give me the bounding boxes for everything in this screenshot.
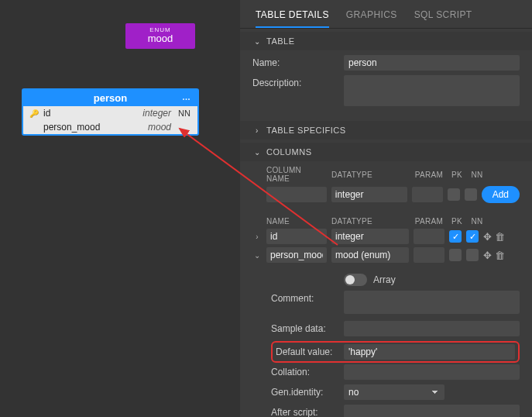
header-param: PARAM	[414, 171, 444, 179]
enum-entity-mood[interactable]: ENUM mood	[125, 23, 195, 49]
diagram-canvas[interactable]: ENUM mood person … 🔑 id integer NN perso…	[0, 0, 240, 417]
primary-key-icon: 🔑	[28, 109, 40, 118]
section-label: TABLE SPECIFICS	[266, 126, 346, 135]
move-icon[interactable]: ✥	[483, 231, 492, 243]
column-datatype-select[interactable]: integer	[331, 229, 409, 244]
section-columns[interactable]: ⌄ COLUMNS	[240, 143, 532, 161]
new-column-row: integer Add	[240, 184, 532, 205]
column-name-input[interactable]	[266, 247, 327, 263]
column-row-id: › integer ✓ ✓ ✥🗑	[240, 227, 532, 246]
details-panel: TABLE DETAILS GRAPHICS SQL SCRIPT ⌄ TABL…	[240, 0, 532, 417]
chevron-down-icon: ⌄	[252, 148, 262, 157]
collation-input[interactable]	[344, 364, 520, 380]
new-column-param-input[interactable]	[412, 187, 443, 202]
new-column-datatype-select[interactable]: integer	[331, 187, 407, 202]
array-label: Array	[373, 274, 396, 285]
default-value-input[interactable]	[344, 344, 515, 360]
column-datatype-select[interactable]: mood (enum)	[331, 247, 409, 263]
column-nn-checkbox[interactable]: ✓	[466, 230, 479, 243]
header-nn: NN	[469, 171, 485, 179]
column-datatype: mood	[148, 122, 176, 133]
description-textarea[interactable]	[344, 75, 520, 106]
new-column-nn-checkbox[interactable]	[465, 188, 477, 201]
chevron-right-icon: ›	[252, 126, 262, 135]
table-header[interactable]: person …	[23, 90, 197, 106]
add-column-button[interactable]: Add	[482, 186, 520, 203]
chevron-down-icon: ⌄	[252, 37, 262, 46]
header-param: PARAM	[414, 217, 444, 226]
trash-icon[interactable]: 🗑	[495, 250, 505, 261]
gen-identity-select[interactable]: no	[344, 384, 444, 400]
table-entity-person[interactable]: person … 🔑 id integer NN person_mood moo…	[22, 88, 199, 136]
column-pk-checkbox[interactable]	[449, 249, 462, 261]
header-pk: PK	[449, 217, 465, 226]
columns-list-header: NAME DATATYPE PARAM PK NN	[240, 212, 532, 227]
chevron-down-icon[interactable]: ⌄	[252, 251, 262, 260]
enum-tag: ENUM	[125, 26, 195, 33]
header-name: NAME	[266, 217, 327, 226]
tab-sql-script[interactable]: SQL SCRIPT	[414, 6, 472, 28]
section-table[interactable]: ⌄ TABLE	[240, 32, 532, 50]
column-name: id	[40, 108, 142, 119]
enum-name: mood	[125, 33, 195, 44]
column-param-input[interactable]	[414, 247, 444, 263]
header-nn: NN	[469, 217, 485, 226]
array-toggle[interactable]	[344, 274, 367, 286]
tab-table-details[interactable]: TABLE DETAILS	[256, 6, 329, 28]
section-label: TABLE	[266, 36, 295, 46]
move-icon[interactable]: ✥	[483, 250, 492, 261]
header-column-name: COLUMN NAME	[266, 166, 327, 183]
collation-label: Collation:	[271, 364, 344, 377]
table-row[interactable]: 🔑 id integer NN	[23, 106, 197, 120]
column-param-input[interactable]	[414, 229, 444, 244]
default-value-highlight: Default value:	[271, 341, 520, 363]
after-script-label: After script:	[271, 405, 344, 417]
description-label: Description:	[252, 75, 344, 88]
column-datatype: integer	[142, 108, 176, 119]
column-row-person-mood: ⌄ mood (enum) ✥🗑	[240, 246, 532, 264]
column-nn-checkbox[interactable]	[466, 249, 479, 261]
sample-data-input[interactable]	[344, 321, 520, 336]
column-pk-checkbox[interactable]: ✓	[449, 230, 462, 243]
sample-data-label: Sample data:	[271, 321, 344, 334]
table-row[interactable]: person_mood mood	[23, 120, 197, 134]
column-name-input[interactable]	[266, 229, 327, 244]
column-notnull: NN	[176, 109, 193, 118]
comment-label: Comment:	[271, 291, 344, 304]
column-detail-block: Array Comment: Sample data: Default valu…	[240, 264, 532, 417]
section-label: COLUMNS	[266, 147, 312, 157]
table-name: person	[94, 92, 127, 104]
header-datatype: DATATYPE	[331, 217, 409, 226]
chevron-right-icon[interactable]: ›	[252, 233, 262, 241]
name-input[interactable]	[344, 55, 520, 71]
default-value-label: Default value:	[276, 344, 344, 357]
gen-identity-label: Gen.identity:	[271, 384, 344, 398]
table-menu-icon[interactable]: …	[182, 92, 191, 102]
column-name: person_mood	[40, 122, 148, 133]
comment-textarea[interactable]	[344, 291, 520, 314]
header-pk: PK	[449, 171, 465, 179]
tab-graphics[interactable]: GRAPHICS	[346, 6, 397, 28]
new-column-name-input[interactable]	[266, 187, 327, 202]
new-column-pk-checkbox[interactable]	[448, 188, 460, 201]
header-datatype: DATATYPE	[331, 171, 409, 179]
name-label: Name:	[252, 55, 344, 68]
columns-header: COLUMN NAME DATATYPE PARAM PK NN	[240, 161, 532, 184]
trash-icon[interactable]: 🗑	[495, 231, 505, 243]
after-script-textarea[interactable]	[344, 405, 520, 417]
panel-tabs: TABLE DETAILS GRAPHICS SQL SCRIPT	[240, 0, 532, 29]
section-table-specifics[interactable]: › TABLE SPECIFICS	[240, 121, 532, 140]
